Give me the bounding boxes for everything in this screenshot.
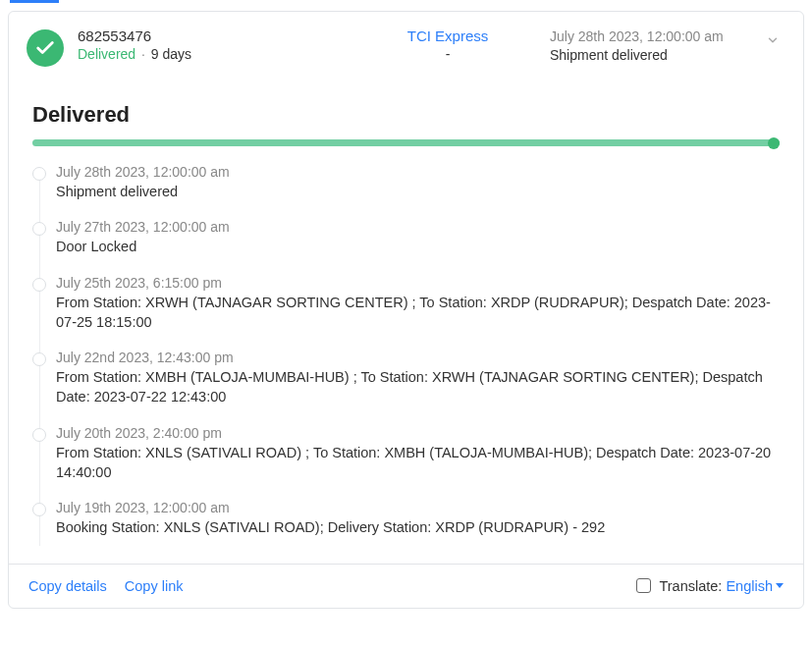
- timeline-item: July 20th 2023, 2:40:00 pmFrom Station: …: [56, 425, 780, 501]
- timeline: July 28th 2023, 12:00:00 amShipment deli…: [32, 164, 780, 556]
- timeline-message: Door Locked: [56, 237, 780, 256]
- timeline-date: July 27th 2023, 12:00:00 am: [56, 219, 780, 235]
- summary-latest-col: July 28th 2023, 12:00:00 am Shipment del…: [550, 27, 746, 63]
- summary-row[interactable]: 682553476 Delivered · 9 days TCI Express…: [9, 12, 803, 84]
- timeline-date: July 22nd 2023, 12:43:00 pm: [56, 350, 780, 365]
- timeline-message: Booking Station: XNLS (SATIVALI ROAD); D…: [56, 517, 780, 537]
- progress-bar: [32, 139, 780, 146]
- tracking-card: 682553476 Delivered · 9 days TCI Express…: [8, 11, 804, 609]
- detail-status-title: Delivered: [32, 102, 780, 128]
- language-name: English: [726, 578, 773, 594]
- chevron-down-icon[interactable]: [760, 33, 785, 47]
- timeline-item: July 25th 2023, 6:15:00 pmFrom Station: …: [56, 275, 780, 350]
- summary-tracking-col: 682553476 Delivered · 9 days: [78, 27, 346, 62]
- status-line: Delivered · 9 days: [78, 46, 346, 62]
- timeline-message: From Station: XMBH (TALOJA-MUMBAI-HUB) ;…: [56, 367, 780, 407]
- detail-panel: Delivered July 28th 2023, 12:00:00 amShi…: [9, 84, 803, 564]
- latest-event-message: Shipment delivered: [550, 47, 746, 63]
- status-check-icon: [27, 29, 64, 67]
- timeline-date: July 25th 2023, 6:15:00 pm: [56, 275, 780, 291]
- latest-event-date: July 28th 2023, 12:00:00 am: [550, 27, 746, 45]
- copy-link-link[interactable]: Copy link: [125, 578, 184, 594]
- status-text: Delivered: [78, 46, 135, 62]
- translate-label: Translate:: [659, 578, 722, 594]
- timeline-date: July 20th 2023, 2:40:00 pm: [56, 425, 780, 441]
- timeline-date: July 28th 2023, 12:00:00 am: [56, 164, 780, 180]
- active-tab-indicator: [10, 0, 59, 3]
- copy-details-link[interactable]: Copy details: [28, 578, 107, 594]
- timeline-message: From Station: XRWH (TAJNAGAR SORTING CEN…: [56, 293, 780, 333]
- carrier-name[interactable]: TCI Express: [359, 27, 536, 44]
- tracking-number: 682553476: [78, 27, 346, 44]
- timeline-item: July 22nd 2023, 12:43:00 pmFrom Station:…: [56, 350, 780, 425]
- duration-text: 9 days: [151, 46, 191, 62]
- caret-down-icon: [776, 583, 784, 588]
- timeline-message: Shipment delivered: [56, 182, 780, 201]
- timeline-item: July 28th 2023, 12:00:00 amShipment deli…: [56, 164, 780, 219]
- card-footer: Copy details Copy link Translate: Englis…: [9, 564, 803, 608]
- translate-checkbox[interactable]: [636, 578, 651, 593]
- timeline-date: July 19th 2023, 12:00:00 am: [56, 500, 780, 515]
- carrier-sub: -: [359, 46, 536, 62]
- timeline-message: From Station: XNLS (SATIVALI ROAD) ; To …: [56, 443, 780, 483]
- timeline-item: July 19th 2023, 12:00:00 amBooking Stati…: [56, 500, 780, 555]
- language-selector[interactable]: English: [726, 578, 784, 594]
- summary-carrier-col: TCI Express -: [359, 27, 536, 62]
- timeline-item: July 27th 2023, 12:00:00 amDoor Locked: [56, 219, 780, 274]
